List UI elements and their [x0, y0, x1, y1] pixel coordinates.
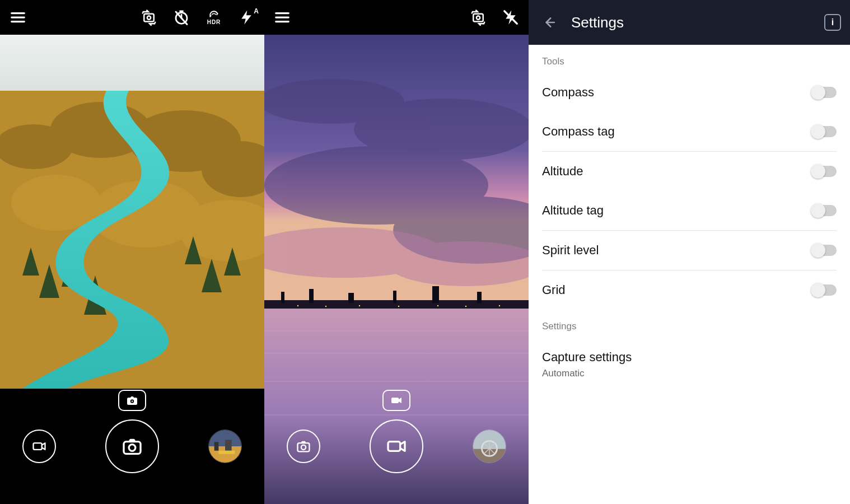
- menu-button[interactable]: [7, 6, 29, 29]
- svg-point-49: [437, 305, 438, 306]
- page-title: Settings: [571, 14, 813, 31]
- flash-off-icon: [502, 9, 519, 26]
- svg-rect-28: [214, 442, 219, 450]
- back-button[interactable]: [538, 11, 560, 34]
- hdr-label: HDR: [207, 19, 221, 25]
- setting-label: Altitude tag: [542, 203, 604, 218]
- camera-icon: [121, 435, 143, 458]
- video-icon: [385, 435, 408, 458]
- section-label-tools: Tools: [529, 45, 850, 73]
- timer-button[interactable]: [170, 6, 193, 29]
- info-icon: i: [832, 17, 834, 27]
- record-button[interactable]: [370, 419, 423, 473]
- svg-rect-39: [281, 292, 284, 303]
- gallery-thumbnail[interactable]: [208, 430, 242, 463]
- viewfinder-photo[interactable]: [0, 35, 264, 389]
- switch-compass-tag[interactable]: [812, 126, 837, 137]
- switch-compass[interactable]: [812, 87, 837, 98]
- switch-spirit-level[interactable]: [812, 245, 837, 256]
- camera-fill-icon: [125, 394, 139, 407]
- switch-camera-button[interactable]: [138, 6, 160, 29]
- svg-rect-10: [0, 35, 264, 96]
- switch-grid[interactable]: [812, 284, 837, 296]
- svg-point-50: [465, 306, 466, 307]
- svg-rect-44: [477, 292, 482, 303]
- setting-row-altitude-tag[interactable]: Altitude tag: [529, 191, 850, 230]
- timer-off-icon: [173, 9, 190, 26]
- camera-video-screen: [264, 0, 529, 504]
- mode-indicator-video[interactable]: [382, 390, 410, 411]
- settings-body[interactable]: Tools Compass Compass tag Altitude Altit…: [529, 45, 850, 504]
- flash-auto-icon: [238, 9, 255, 26]
- setting-label: Grid: [542, 283, 566, 297]
- setting-row-compass-tag[interactable]: Compass tag: [529, 112, 850, 151]
- setting-row-altitude[interactable]: Altitude: [529, 152, 850, 191]
- camera-video-topbar: [264, 0, 529, 35]
- flash-button[interactable]: [499, 6, 522, 29]
- gallery-thumbnail[interactable]: [473, 430, 506, 463]
- setting-label: Altitude: [542, 164, 583, 179]
- svg-rect-41: [348, 293, 354, 303]
- menu-icon: [274, 9, 291, 26]
- svg-rect-40: [309, 289, 314, 303]
- setting-row-spirit-level[interactable]: Spirit level: [529, 231, 850, 270]
- back-icon: [541, 15, 556, 30]
- mode-indicator-photo[interactable]: [118, 390, 146, 411]
- section-label-settings: Settings: [529, 310, 850, 338]
- svg-rect-30: [218, 451, 235, 454]
- settings-header: Settings i: [529, 0, 850, 45]
- video-icon: [31, 438, 47, 454]
- svg-point-47: [359, 305, 360, 306]
- menu-button[interactable]: [271, 6, 293, 29]
- svg-point-51: [499, 305, 500, 306]
- info-button[interactable]: i: [824, 14, 841, 31]
- shutter-button[interactable]: [105, 419, 159, 473]
- setting-label: Compass: [542, 85, 594, 100]
- video-fill-icon: [390, 394, 403, 407]
- switch-camera-icon: [141, 9, 157, 26]
- menu-icon: [10, 9, 26, 26]
- switch-altitude[interactable]: [812, 166, 837, 177]
- switch-to-photo-button[interactable]: [287, 430, 320, 463]
- camera-photo-topbar: HDR A: [0, 0, 264, 35]
- flash-mode-label: A: [254, 7, 259, 15]
- switch-altitude-tag[interactable]: [812, 205, 837, 216]
- setting-row-compass[interactable]: Compass: [529, 73, 850, 112]
- svg-point-48: [398, 306, 399, 307]
- svg-point-45: [297, 305, 298, 306]
- hdr-button[interactable]: HDR: [203, 6, 225, 29]
- settings-screen: Settings i Tools Compass Compass tag Alt…: [529, 0, 850, 504]
- svg-rect-29: [225, 440, 232, 450]
- svg-point-46: [325, 306, 326, 307]
- camera-icon: [296, 438, 311, 454]
- svg-rect-43: [432, 286, 439, 303]
- camera-photo-screen: HDR A: [0, 0, 264, 504]
- svg-rect-42: [393, 291, 396, 303]
- switch-camera-button[interactable]: [467, 6, 489, 29]
- flash-button[interactable]: A: [235, 6, 258, 29]
- switch-camera-icon: [470, 9, 487, 26]
- setting-value: Automatic: [542, 368, 632, 379]
- setting-label: Capture settings: [542, 350, 632, 365]
- setting-label: Compass tag: [542, 124, 615, 139]
- setting-row-capture-settings[interactable]: Capture settings Automatic: [529, 338, 850, 391]
- setting-label: Spirit level: [542, 243, 599, 258]
- setting-row-grid[interactable]: Grid: [529, 270, 850, 310]
- switch-to-video-button[interactable]: [22, 430, 56, 463]
